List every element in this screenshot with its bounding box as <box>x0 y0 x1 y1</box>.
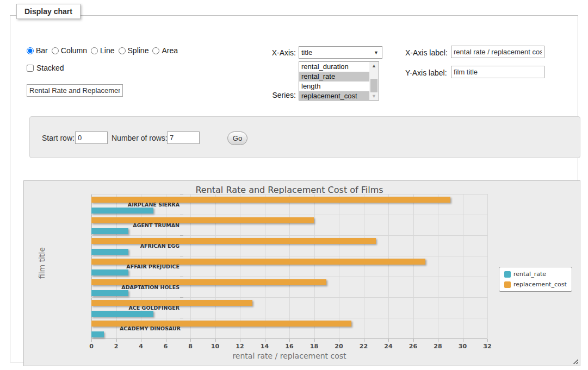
legend-swatch-icon <box>504 281 511 288</box>
x-tick-mark <box>141 339 141 342</box>
series-select-label: Series: <box>264 91 296 99</box>
series-listbox[interactable]: rental_durationrental_ratelengthreplacem… <box>299 61 379 101</box>
series-option-length[interactable]: length <box>299 81 369 91</box>
y-tick-mark <box>180 215 183 215</box>
x-tick-label: 4 <box>133 343 149 350</box>
x-tick-mark <box>413 339 414 342</box>
legend-label: rental_rate <box>513 271 546 278</box>
chart-type-radio-area[interactable] <box>152 47 159 54</box>
scrollbar-thumb[interactable] <box>370 79 377 92</box>
bar-rental_rate[interactable] <box>91 208 153 214</box>
num-rows-input[interactable] <box>167 131 200 144</box>
x-tick-mark <box>190 339 191 342</box>
gridline-vertical <box>265 194 265 338</box>
x-tick-label: 32 <box>479 343 496 350</box>
y-axis-label-input[interactable] <box>451 66 544 78</box>
series-option-rental_duration[interactable]: rental_duration <box>299 62 369 72</box>
x-tick-label: 20 <box>331 343 347 350</box>
x-tick-mark <box>463 339 463 342</box>
legend-label: replacement_cost <box>513 281 567 288</box>
chart-panel: Rental Rate and Replacement Cost of Film… <box>23 180 580 366</box>
bar-rental_rate[interactable] <box>91 269 128 275</box>
bar-rental_rate[interactable] <box>91 228 128 234</box>
y-axis-title: film title <box>38 228 46 298</box>
x-tick-mark <box>265 339 265 342</box>
gridline-vertical <box>314 194 315 338</box>
chart-type-radio-column[interactable] <box>52 47 59 54</box>
x-tick-label: 8 <box>182 343 199 350</box>
scrollbar[interactable]: ▲ ▼ <box>369 62 379 100</box>
scroll-down-icon[interactable]: ▼ <box>369 92 379 100</box>
gridline-horizontal <box>91 235 487 236</box>
y-tick-mark <box>180 235 183 236</box>
x-axis-select[interactable]: title ▼ <box>299 46 382 59</box>
gridline-vertical <box>463 194 463 338</box>
scroll-up-icon[interactable]: ▲ <box>369 62 379 70</box>
x-tick-mark <box>314 339 315 342</box>
legend-item-rental_rate[interactable]: rental_rate <box>504 271 567 278</box>
x-tick-mark <box>240 339 240 342</box>
x-tick-label: 28 <box>430 343 446 350</box>
category-label: AFFAIR PREJUDICE <box>120 264 180 269</box>
chart-title-input[interactable] <box>27 84 123 97</box>
x-axis-title: rental rate / replacement cost <box>91 352 487 360</box>
x-tick-label: 2 <box>108 343 125 350</box>
gridline-vertical <box>438 194 438 338</box>
stacked-row: Stacked <box>27 64 64 72</box>
x-tick-label: 10 <box>207 343 224 350</box>
bar-rental_rate[interactable] <box>91 331 104 337</box>
x-tick-label: 0 <box>83 343 100 350</box>
gridline-vertical <box>190 194 191 338</box>
chart-type-option-spline: Spline <box>119 46 149 55</box>
gridline-vertical <box>388 194 389 338</box>
chart-type-option-column: Column <box>52 46 87 55</box>
x-tick-label: 26 <box>405 343 422 350</box>
y-tick-mark <box>180 297 183 298</box>
x-axis-label-input[interactable] <box>451 46 544 58</box>
y-tick-mark <box>180 256 183 256</box>
chevron-down-icon: ▼ <box>374 50 379 55</box>
chart-type-radio-spline[interactable] <box>119 47 126 54</box>
series-options: rental_durationrental_ratelengthreplacem… <box>299 62 369 101</box>
x-tick-mark <box>339 339 339 342</box>
stacked-checkbox[interactable] <box>27 65 34 72</box>
y-tick-mark <box>180 194 183 195</box>
bar-rental_rate[interactable] <box>91 249 128 255</box>
gridline-vertical <box>116 194 117 338</box>
legend-item-replacement_cost[interactable]: replacement_cost <box>504 281 567 288</box>
x-axis-selected-value: title <box>301 48 312 57</box>
resize-grip-icon[interactable] <box>572 358 578 364</box>
x-tick-label: 14 <box>257 343 273 350</box>
series-option-replacement_cost[interactable]: replacement_cost <box>299 91 369 101</box>
chart-type-option-label: Bar <box>36 46 48 55</box>
rows-panel: Start row: Number of rows: Go <box>29 116 580 158</box>
legend-swatch-icon <box>504 271 511 278</box>
gridline-vertical <box>364 194 364 338</box>
go-button[interactable]: Go <box>227 131 247 145</box>
chart-legend: rental_ratereplacement_cost <box>499 267 572 292</box>
chart-type-radio-line[interactable] <box>91 47 98 54</box>
start-row-input[interactable] <box>75 131 108 144</box>
x-tick-label: 16 <box>281 343 298 350</box>
series-option-rental_rate[interactable]: rental_rate <box>299 72 369 81</box>
chart-type-option-label: Column <box>61 46 87 55</box>
x-tick-mark <box>116 339 117 342</box>
gridline-vertical <box>413 194 414 338</box>
gridline-vertical <box>240 194 240 338</box>
x-axis-select-label: X-Axis: <box>264 48 296 57</box>
fieldset-legend: Display chart <box>16 4 81 19</box>
x-tick-label: 22 <box>356 343 372 350</box>
bar-rental_rate[interactable] <box>91 311 153 317</box>
bar-rental_rate[interactable] <box>91 290 128 296</box>
x-tick-mark <box>438 339 438 342</box>
x-tick-mark <box>91 339 92 342</box>
chart-type-option-label: Line <box>100 46 114 55</box>
gridline-vertical <box>215 194 216 338</box>
gridline-horizontal <box>91 256 487 256</box>
start-row-label: Start row: <box>42 134 75 142</box>
gridline-horizontal <box>91 215 487 215</box>
gridline-horizontal <box>91 277 487 277</box>
chart-type-radio-bar[interactable] <box>27 47 34 54</box>
category-label: ACADEMY DINOSAUR <box>120 325 180 331</box>
x-tick-label: 30 <box>455 343 471 350</box>
